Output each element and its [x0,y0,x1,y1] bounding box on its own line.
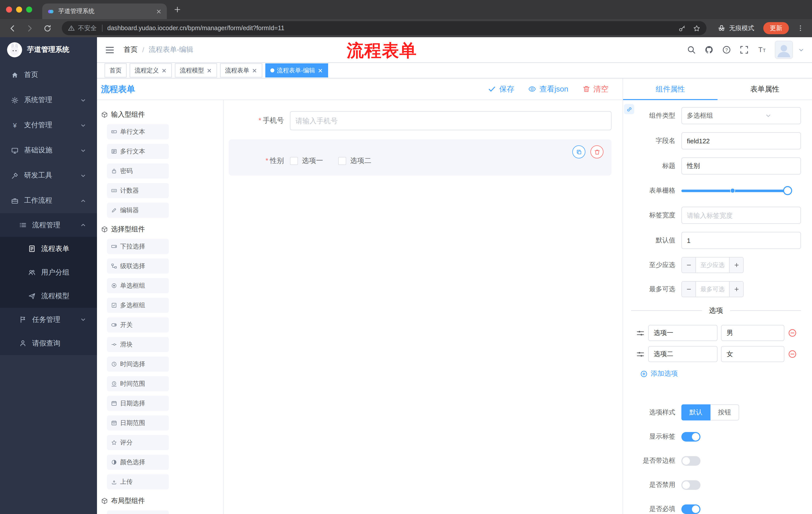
palette-item-select[interactable]: 下拉选择 [107,239,169,254]
disabled-switch[interactable] [682,480,700,490]
increase-button[interactable] [729,282,743,297]
palette-item-textarea[interactable]: 多行文本 [107,144,169,159]
sidebar-item-task-management[interactable]: 任务管理 [0,308,97,331]
document-link-icon[interactable] [624,104,634,114]
border-switch[interactable] [682,456,700,465]
back-button[interactable] [8,24,17,32]
tag-process-model[interactable]: 流程模型 [175,63,217,77]
default-value-input[interactable] [682,232,801,249]
tab-component-props[interactable]: 组件属性 [623,78,718,100]
option-label-input[interactable] [648,325,718,341]
max-count-value[interactable]: 最多可选 [696,282,729,297]
remove-option-button[interactable] [788,328,797,337]
bookmark-star-icon[interactable] [693,24,700,32]
palette-item-date-range[interactable]: 日期范围 [107,415,169,431]
tab-form-props[interactable]: 表单属性 [718,78,812,100]
drag-handle-icon[interactable] [636,350,645,358]
search-icon[interactable] [687,45,696,54]
form-canvas[interactable]: *手机号 [224,100,622,514]
window-minimize-button[interactable] [16,6,22,12]
decrease-button[interactable] [682,258,696,273]
required-switch[interactable] [682,504,700,514]
forward-button[interactable] [26,24,34,32]
form-grid-slider[interactable] [682,183,790,199]
palette-item-password[interactable]: 密码 [107,163,169,179]
option-value-input[interactable] [721,346,784,362]
palette-item-time-range[interactable]: 时间范围 [107,376,169,391]
logo[interactable]: 芋道管理系统 [0,37,97,62]
sidebar-item-infrastructure[interactable]: 基础设施 [0,138,97,163]
palette-item-upload[interactable]: 上传 [107,474,169,489]
add-option-button[interactable]: 添加选项 [640,369,803,378]
github-icon[interactable] [704,45,714,54]
style-default-button[interactable]: 默认 [682,404,710,421]
sidebar-item-process-management[interactable]: 流程管理 [0,213,97,237]
palette-item-date-picker[interactable]: 日期选择 [107,396,169,411]
drag-handle-icon[interactable] [636,329,645,337]
palette-item-editor[interactable]: 编辑器 [107,203,169,218]
delete-component-button[interactable] [590,145,604,158]
slider-handle[interactable] [783,186,792,195]
phone-field[interactable]: *手机号 [229,109,611,132]
sidebar-item-leave-query[interactable]: 请假查询 [0,331,97,355]
palette-item-row-container[interactable]: 行容器 [107,511,169,514]
option-label-input[interactable] [648,346,718,362]
component-type-select[interactable]: 多选框组 [682,107,801,124]
palette-item-counter[interactable]: 123 计数器 [107,183,169,198]
help-icon[interactable]: ? [722,45,731,54]
copy-component-button[interactable] [572,145,585,158]
remove-option-button[interactable] [788,350,797,359]
palette-item-color-picker[interactable]: 颜色选择 [107,455,169,470]
new-tab-button[interactable] [174,6,181,13]
browser-menu-button[interactable] [797,24,804,32]
sidebar-item-home[interactable]: 首页 [0,62,97,87]
decrease-button[interactable] [682,282,696,297]
option2-checkbox[interactable]: 选项二 [338,156,371,165]
sidebar-item-system-management[interactable]: 系统管理 [0,87,97,113]
sidebar-item-user-group[interactable]: 用户分组 [0,261,97,284]
update-button[interactable]: 更新 [763,22,789,34]
palette-item-cascader[interactable]: 级联选择 [107,259,169,274]
palette-item-slider[interactable]: 滑块 [107,337,169,352]
avatar[interactable] [775,41,793,59]
tag-home[interactable]: 首页 [105,63,127,77]
palette-item-checkbox-group[interactable]: 多选框组 [107,298,169,313]
breadcrumb-home[interactable]: 首页 [124,45,138,54]
field-name-input[interactable] [682,132,801,150]
browser-tab[interactable]: 芋道管理系统 [42,3,167,19]
close-icon[interactable] [161,67,167,73]
view-json-button[interactable]: 查看json [528,84,568,94]
show-label-switch[interactable] [682,432,700,441]
palette-item-radio-group[interactable]: 单选框组 [107,278,169,293]
clear-button[interactable]: 清空 [582,84,609,94]
palette-item-single-text[interactable]: 单行文本 [107,124,169,139]
title-input[interactable] [682,157,801,174]
palette-item-switch[interactable]: 开关 [107,317,169,332]
close-icon[interactable] [318,67,323,73]
window-zoom-button[interactable] [26,6,32,12]
sidebar-item-process-model[interactable]: 流程模型 [0,284,97,308]
label-width-input[interactable] [682,207,801,224]
sidebar-item-dev-tools[interactable]: 研发工具 [0,163,97,188]
sidebar-item-workflow[interactable]: 工作流程 [0,188,97,213]
close-icon[interactable] [252,67,257,73]
increase-button[interactable] [729,258,743,273]
palette-item-rate[interactable]: 评分 [107,435,169,450]
chevron-down-icon[interactable] [799,47,804,53]
window-close-button[interactable] [6,6,12,12]
key-icon[interactable] [678,24,686,32]
fullscreen-icon[interactable] [740,45,749,54]
tag-process-form[interactable]: 流程表单 [220,63,262,77]
address-bar[interactable]: 不安全 dashboard.yudao.iocoder.cn/bpm/manag… [62,21,706,35]
option1-checkbox[interactable]: 选项一 [290,156,323,165]
gender-component-selected[interactable]: *性别 选项一 选项二 [229,139,611,175]
phone-input[interactable] [290,111,611,130]
min-count-value[interactable]: 至少应选 [696,258,729,273]
tag-process-definition[interactable]: 流程定义 [129,63,172,77]
tab-close-icon[interactable] [156,8,162,14]
style-button-button[interactable]: 按钮 [710,404,739,421]
save-button[interactable]: 保存 [488,84,514,94]
sidebar-toggle-button[interactable] [105,45,115,55]
option-value-input[interactable] [721,325,784,341]
palette-item-time-picker[interactable]: 时间选择 [107,357,169,372]
